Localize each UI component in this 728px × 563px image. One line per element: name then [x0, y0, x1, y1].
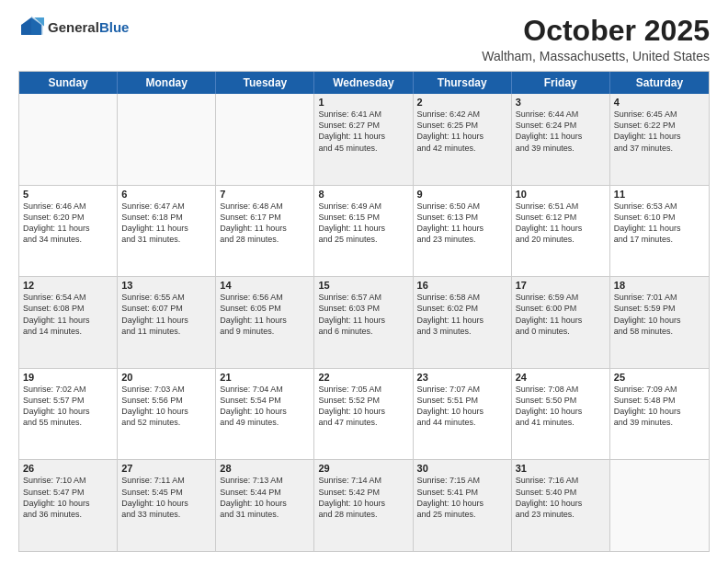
calendar-header: SundayMondayTuesdayWednesdayThursdayFrid…	[19, 72, 709, 94]
day-number: 16	[417, 280, 507, 291]
day-number: 18	[614, 280, 705, 291]
day-info: Sunrise: 7:07 AM Sunset: 5:51 PM Dayligh…	[417, 384, 507, 429]
day-info: Sunrise: 7:02 AM Sunset: 5:57 PM Dayligh…	[23, 384, 113, 429]
page: GeneralBlue October 2025 Waltham, Massac…	[0, 0, 728, 563]
empty-cell	[610, 460, 709, 551]
calendar-body: 1Sunrise: 6:41 AM Sunset: 6:27 PM Daylig…	[19, 94, 709, 551]
day-cell-14: 14Sunrise: 6:56 AM Sunset: 6:05 PM Dayli…	[216, 277, 314, 368]
title-block: October 2025 Waltham, Massachusetts, Uni…	[482, 15, 710, 63]
day-info: Sunrise: 7:16 AM Sunset: 5:40 PM Dayligh…	[516, 475, 606, 520]
day-number: 22	[318, 372, 408, 383]
day-cell-27: 27Sunrise: 7:11 AM Sunset: 5:45 PM Dayli…	[118, 460, 216, 551]
day-header-monday: Monday	[118, 72, 216, 94]
day-number: 3	[516, 97, 606, 108]
day-number: 1	[318, 97, 408, 108]
day-cell-6: 6Sunrise: 6:47 AM Sunset: 6:18 PM Daylig…	[118, 186, 216, 277]
day-cell-28: 28Sunrise: 7:13 AM Sunset: 5:44 PM Dayli…	[216, 460, 314, 551]
day-cell-26: 26Sunrise: 7:10 AM Sunset: 5:47 PM Dayli…	[19, 460, 118, 551]
day-number: 30	[417, 463, 507, 474]
day-number: 6	[121, 189, 211, 200]
week-row-3: 12Sunrise: 6:54 AM Sunset: 6:08 PM Dayli…	[19, 277, 709, 369]
calendar: SundayMondayTuesdayWednesdayThursdayFrid…	[18, 71, 710, 552]
day-info: Sunrise: 6:42 AM Sunset: 6:25 PM Dayligh…	[417, 109, 507, 154]
day-cell-10: 10Sunrise: 6:51 AM Sunset: 6:12 PM Dayli…	[512, 186, 610, 277]
day-header-saturday: Saturday	[610, 72, 709, 94]
week-row-4: 19Sunrise: 7:02 AM Sunset: 5:57 PM Dayli…	[19, 369, 709, 461]
day-cell-24: 24Sunrise: 7:08 AM Sunset: 5:50 PM Dayli…	[512, 369, 610, 460]
day-cell-3: 3Sunrise: 6:44 AM Sunset: 6:24 PM Daylig…	[512, 94, 610, 185]
day-info: Sunrise: 6:53 AM Sunset: 6:10 PM Dayligh…	[614, 201, 705, 246]
location: Waltham, Massachusetts, United States	[482, 49, 710, 63]
day-header-friday: Friday	[512, 72, 610, 94]
day-info: Sunrise: 6:44 AM Sunset: 6:24 PM Dayligh…	[516, 109, 606, 154]
day-header-sunday: Sunday	[19, 72, 118, 94]
day-number: 5	[23, 189, 113, 200]
day-cell-21: 21Sunrise: 7:04 AM Sunset: 5:54 PM Dayli…	[216, 369, 314, 460]
month-title: October 2025	[482, 15, 710, 47]
day-info: Sunrise: 7:10 AM Sunset: 5:47 PM Dayligh…	[23, 475, 113, 520]
day-cell-31: 31Sunrise: 7:16 AM Sunset: 5:40 PM Dayli…	[512, 460, 610, 551]
day-info: Sunrise: 7:11 AM Sunset: 5:45 PM Dayligh…	[121, 475, 211, 520]
empty-cell	[216, 94, 314, 185]
day-number: 4	[614, 97, 705, 108]
day-info: Sunrise: 6:54 AM Sunset: 6:08 PM Dayligh…	[23, 292, 113, 337]
day-number: 24	[516, 372, 606, 383]
day-number: 12	[23, 280, 113, 291]
day-cell-30: 30Sunrise: 7:15 AM Sunset: 5:41 PM Dayli…	[414, 460, 512, 551]
day-info: Sunrise: 6:47 AM Sunset: 6:18 PM Dayligh…	[121, 201, 211, 246]
day-info: Sunrise: 6:56 AM Sunset: 6:05 PM Dayligh…	[220, 292, 310, 337]
day-cell-29: 29Sunrise: 7:14 AM Sunset: 5:42 PM Dayli…	[314, 460, 413, 551]
day-number: 19	[23, 372, 113, 383]
logo-icon	[18, 15, 44, 40]
week-row-2: 5Sunrise: 6:46 AM Sunset: 6:20 PM Daylig…	[19, 186, 709, 278]
day-cell-23: 23Sunrise: 7:07 AM Sunset: 5:51 PM Dayli…	[414, 369, 512, 460]
day-info: Sunrise: 6:55 AM Sunset: 6:07 PM Dayligh…	[121, 292, 211, 337]
day-cell-5: 5Sunrise: 6:46 AM Sunset: 6:20 PM Daylig…	[19, 186, 118, 277]
header: GeneralBlue October 2025 Waltham, Massac…	[18, 15, 710, 63]
day-info: Sunrise: 7:05 AM Sunset: 5:52 PM Dayligh…	[318, 384, 408, 429]
day-number: 15	[318, 280, 408, 291]
day-info: Sunrise: 7:04 AM Sunset: 5:54 PM Dayligh…	[220, 384, 310, 429]
day-info: Sunrise: 6:45 AM Sunset: 6:22 PM Dayligh…	[614, 109, 705, 154]
day-number: 31	[516, 463, 606, 474]
day-info: Sunrise: 6:58 AM Sunset: 6:02 PM Dayligh…	[417, 292, 507, 337]
day-number: 13	[121, 280, 211, 291]
day-cell-20: 20Sunrise: 7:03 AM Sunset: 5:56 PM Dayli…	[118, 369, 216, 460]
day-info: Sunrise: 6:51 AM Sunset: 6:12 PM Dayligh…	[516, 201, 606, 246]
week-row-5: 26Sunrise: 7:10 AM Sunset: 5:47 PM Dayli…	[19, 460, 709, 551]
day-cell-7: 7Sunrise: 6:48 AM Sunset: 6:17 PM Daylig…	[216, 186, 314, 277]
day-cell-18: 18Sunrise: 7:01 AM Sunset: 5:59 PM Dayli…	[610, 277, 709, 368]
day-header-wednesday: Wednesday	[314, 72, 413, 94]
day-info: Sunrise: 6:59 AM Sunset: 6:00 PM Dayligh…	[516, 292, 606, 337]
day-number: 25	[614, 372, 705, 383]
day-info: Sunrise: 7:08 AM Sunset: 5:50 PM Dayligh…	[516, 384, 606, 429]
day-cell-12: 12Sunrise: 6:54 AM Sunset: 6:08 PM Dayli…	[19, 277, 118, 368]
day-info: Sunrise: 7:13 AM Sunset: 5:44 PM Dayligh…	[220, 475, 310, 520]
day-cell-25: 25Sunrise: 7:09 AM Sunset: 5:48 PM Dayli…	[610, 369, 709, 460]
day-cell-2: 2Sunrise: 6:42 AM Sunset: 6:25 PM Daylig…	[414, 94, 512, 185]
day-number: 17	[516, 280, 606, 291]
day-header-tuesday: Tuesday	[216, 72, 314, 94]
day-cell-9: 9Sunrise: 6:50 AM Sunset: 6:13 PM Daylig…	[414, 186, 512, 277]
day-number: 10	[516, 189, 606, 200]
day-info: Sunrise: 7:03 AM Sunset: 5:56 PM Dayligh…	[121, 384, 211, 429]
day-number: 2	[417, 97, 507, 108]
logo-blue: Blue	[99, 19, 130, 35]
day-info: Sunrise: 7:14 AM Sunset: 5:42 PM Dayligh…	[318, 475, 408, 520]
day-info: Sunrise: 6:48 AM Sunset: 6:17 PM Dayligh…	[220, 201, 310, 246]
day-header-thursday: Thursday	[414, 72, 512, 94]
logo-text: GeneralBlue	[48, 19, 129, 35]
day-cell-15: 15Sunrise: 6:57 AM Sunset: 6:03 PM Dayli…	[314, 277, 413, 368]
day-info: Sunrise: 6:46 AM Sunset: 6:20 PM Dayligh…	[23, 201, 113, 246]
day-cell-17: 17Sunrise: 6:59 AM Sunset: 6:00 PM Dayli…	[512, 277, 610, 368]
day-number: 9	[417, 189, 507, 200]
day-cell-19: 19Sunrise: 7:02 AM Sunset: 5:57 PM Dayli…	[19, 369, 118, 460]
day-info: Sunrise: 6:49 AM Sunset: 6:15 PM Dayligh…	[318, 201, 408, 246]
day-number: 8	[318, 189, 408, 200]
day-number: 29	[318, 463, 408, 474]
day-cell-1: 1Sunrise: 6:41 AM Sunset: 6:27 PM Daylig…	[314, 94, 413, 185]
day-info: Sunrise: 7:09 AM Sunset: 5:48 PM Dayligh…	[614, 384, 705, 429]
day-number: 27	[121, 463, 211, 474]
day-info: Sunrise: 6:50 AM Sunset: 6:13 PM Dayligh…	[417, 201, 507, 246]
day-cell-4: 4Sunrise: 6:45 AM Sunset: 6:22 PM Daylig…	[610, 94, 709, 185]
